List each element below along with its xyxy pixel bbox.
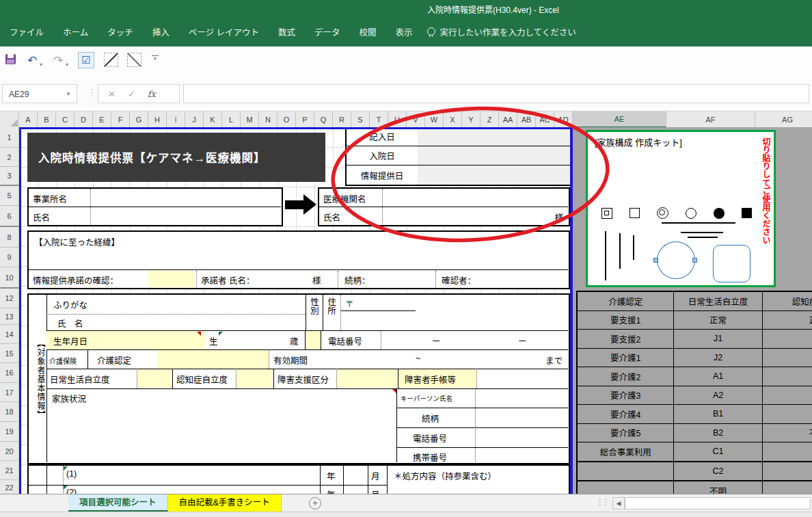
column-header[interactable]: G: [130, 111, 148, 128]
curve-shape-icon[interactable]: [127, 53, 141, 67]
column-header[interactable]: F: [111, 111, 130, 128]
column-header[interactable]: AE: [573, 111, 666, 128]
furigana-field[interactable]: [104, 295, 306, 314]
column-header[interactable]: X: [444, 111, 462, 128]
tell-me-search[interactable]: 実行したい作業を入力してください: [427, 25, 576, 38]
kit-line-long[interactable]: [662, 222, 735, 224]
handbook-field[interactable]: [478, 369, 567, 388]
scrollbar-splitter[interactable]: ⋮⋮: [596, 498, 608, 507]
column-header[interactable]: C: [56, 111, 75, 128]
name-box[interactable]: AE29 ▼: [2, 84, 77, 103]
horizontal-scrollbar[interactable]: [625, 497, 811, 509]
row-header[interactable]: 9: [0, 248, 19, 267]
ribbon-tab[interactable]: 表示: [385, 21, 422, 42]
kit-rounded-square-shape[interactable]: [713, 245, 750, 282]
column-header[interactable]: D: [75, 111, 93, 128]
table-cell[interactable]: 不明: [763, 424, 812, 443]
kit-vline-medium[interactable]: [619, 233, 621, 269]
enter-icon[interactable]: ✓: [128, 89, 135, 99]
column-header[interactable]: Q: [314, 111, 333, 128]
column-header[interactable]: AF: [666, 111, 755, 128]
age-field[interactable]: [221, 331, 286, 349]
med-item1-field[interactable]: [87, 466, 319, 484]
office-name-field[interactable]: [92, 189, 280, 207]
kp-mobile-field[interactable]: [476, 448, 567, 462]
column-header[interactable]: AA: [499, 111, 517, 128]
table-cell[interactable]: Ⅱa: [763, 349, 812, 368]
row-header[interactable]: 18: [0, 402, 19, 422]
phone-field-1[interactable]: [382, 331, 429, 349]
table-cell[interactable]: 要支援1: [578, 311, 674, 330]
table-cell[interactable]: 要介護3: [578, 386, 674, 406]
kit-line-medium[interactable]: [681, 232, 723, 233]
undo-dropdown-icon[interactable]: ▾: [40, 62, 42, 68]
cancel-icon[interactable]: ✕: [108, 89, 116, 99]
kp-phone-field[interactable]: [476, 428, 567, 446]
table-cell[interactable]: [763, 481, 812, 494]
column-header[interactable]: V: [407, 111, 425, 128]
table-cell[interactable]: J2: [674, 349, 762, 368]
dementia-adl-field[interactable]: [236, 369, 273, 388]
row-header[interactable]: 15: [0, 344, 19, 363]
date-value-field[interactable]: [418, 165, 570, 185]
table-cell[interactable]: 総合事業利用: [578, 442, 674, 462]
column-header[interactable]: E: [93, 111, 111, 128]
table-cell[interactable]: Ⅲb: [763, 405, 812, 424]
table-cell[interactable]: 要支援2: [578, 330, 674, 349]
row-header[interactable]: 12: [0, 289, 19, 308]
column-header[interactable]: Z: [481, 111, 499, 128]
kit-symbol[interactable]: [686, 208, 696, 219]
kit-vline-short[interactable]: [633, 235, 634, 260]
relation-field[interactable]: [374, 271, 432, 287]
row-header[interactable]: 20: [0, 442, 19, 461]
ribbon-tab[interactable]: 校閲: [349, 21, 385, 42]
consenter-name-field[interactable]: [265, 271, 309, 287]
table-cell[interactable]: 正常: [674, 311, 762, 330]
table-header-cell[interactable]: 介護認定: [578, 292, 674, 311]
row-header[interactable]: 8: [0, 227, 19, 248]
column-header[interactable]: T: [370, 111, 388, 128]
checkbox-control-icon[interactable]: ☑: [78, 52, 94, 68]
table-cell[interactable]: Ⅱb: [763, 367, 812, 386]
ribbon-tab[interactable]: 挿入: [143, 21, 179, 42]
valid-start-field[interactable]: [314, 350, 410, 369]
disability-class-field[interactable]: [337, 369, 397, 388]
name-box-dropdown-icon[interactable]: ▼: [66, 85, 71, 104]
row-header[interactable]: 13: [0, 308, 19, 325]
shape-handle[interactable]: [692, 258, 697, 263]
row-header[interactable]: 5: [0, 186, 19, 206]
table-cell[interactable]: [578, 462, 674, 481]
row-header[interactable]: 6: [0, 206, 19, 227]
row-header[interactable]: 10: [0, 267, 19, 289]
table-cell[interactable]: A2: [674, 386, 762, 406]
table-cell[interactable]: 正常: [763, 311, 812, 330]
select-all-corner[interactable]: [0, 111, 19, 128]
table-cell[interactable]: C1: [674, 442, 762, 462]
column-header[interactable]: H: [148, 111, 167, 128]
phone-field-3[interactable]: [533, 331, 567, 349]
column-header[interactable]: P: [296, 111, 314, 128]
sheet-tab[interactable]: 自由記載&手書きシート: [168, 494, 282, 512]
undo-icon[interactable]: ↶: [27, 53, 37, 68]
consent-confirm-field[interactable]: [148, 271, 195, 287]
ribbon-tab[interactable]: データ: [305, 21, 350, 42]
column-header[interactable]: AB: [517, 111, 536, 128]
date-value-field[interactable]: [418, 146, 570, 165]
table-cell[interactable]: [763, 442, 812, 462]
column-header[interactable]: AC: [536, 111, 554, 128]
name-field[interactable]: [104, 314, 306, 330]
table-cell[interactable]: [763, 462, 812, 481]
column-header[interactable]: Y: [462, 111, 481, 128]
ribbon-tab[interactable]: ページ レイアウト: [179, 21, 269, 42]
ribbon-tab[interactable]: タッチ: [98, 21, 143, 42]
row-header[interactable]: 17: [0, 383, 19, 402]
table-header-cell[interactable]: 認知症自立度: [763, 292, 812, 311]
phone-field-2[interactable]: [447, 331, 515, 349]
kit-symbol[interactable]: [601, 208, 612, 219]
column-header[interactable]: O: [278, 111, 296, 128]
kit-symbol[interactable]: [714, 208, 725, 219]
column-header[interactable]: I: [167, 111, 185, 128]
ribbon-tab[interactable]: ホーム: [53, 21, 98, 42]
table-cell[interactable]: B1: [674, 405, 762, 424]
shape-handle[interactable]: [653, 258, 658, 263]
